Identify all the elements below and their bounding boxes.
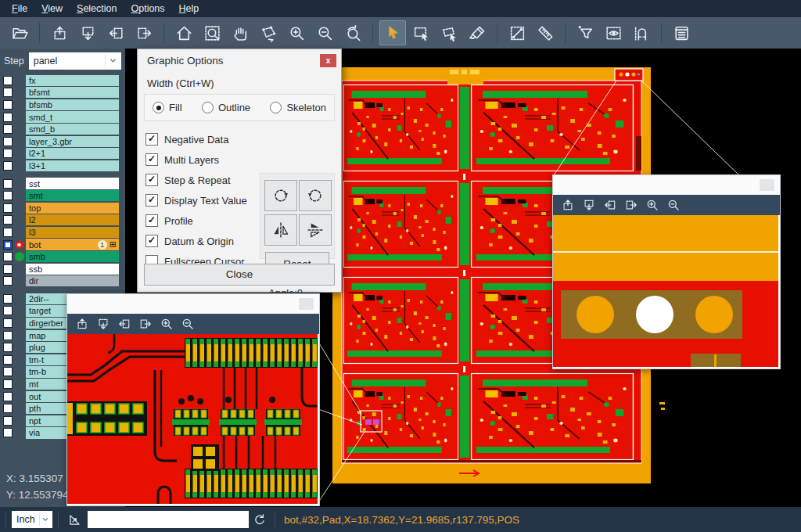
menu-selection[interactable]: Selection <box>70 2 124 16</box>
layer-row-smt[interactable]: smt <box>0 189 125 202</box>
inset-pan-up-button[interactable] <box>71 315 92 332</box>
corner-origin-icon[interactable] <box>64 510 84 529</box>
layer-visibility-checkbox[interactable] <box>3 137 13 146</box>
checkbox-box[interactable]: ✓ <box>145 153 158 166</box>
mirror-horizontal-button[interactable] <box>299 214 332 246</box>
inset-zoom-out-button[interactable] <box>177 315 198 332</box>
checkbox-box[interactable]: ✓ <box>145 133 158 146</box>
pan-left-button[interactable] <box>102 20 129 45</box>
checkbox-box[interactable]: ✓ <box>145 174 158 186</box>
inset-zoom-out-button[interactable] <box>663 196 684 214</box>
checkbox-box[interactable]: ✓ <box>145 235 158 247</box>
layer-name[interactable]: smb <box>26 251 119 262</box>
inset-pan-down-button[interactable] <box>578 196 599 214</box>
layer-visibility-checkbox[interactable] <box>3 215 13 225</box>
layer-visibility-checkbox[interactable] <box>3 124 13 134</box>
checkbox-box[interactable]: ✓ <box>145 214 158 227</box>
layer-visibility-checkbox[interactable] <box>3 428 13 437</box>
layer-name[interactable]: fx <box>26 75 119 86</box>
layer-visibility-checkbox[interactable] <box>3 161 13 171</box>
mirror-vertical-button[interactable] <box>264 214 297 246</box>
menu-file[interactable]: File <box>5 2 34 16</box>
layer-visibility-checkbox[interactable] <box>3 379 13 389</box>
view-options-button[interactable] <box>600 20 627 45</box>
radio-circle[interactable] <box>153 102 164 113</box>
pan-down-button[interactable] <box>74 20 101 45</box>
select-cursor-button[interactable] <box>379 20 406 45</box>
dialog-title-bar[interactable]: Graphic Options x <box>138 49 341 71</box>
zoom-previous-button[interactable] <box>339 20 366 45</box>
layer-visibility-checkbox[interactable] <box>3 306 13 315</box>
layer-visibility-checkbox[interactable] <box>3 76 13 85</box>
layer-visibility-checkbox[interactable] <box>3 367 13 376</box>
layer-name[interactable]: layer_3.gbr <box>26 136 119 147</box>
layer-visibility-checkbox[interactable] <box>3 228 13 237</box>
layer-row-dir[interactable]: dir <box>0 275 125 288</box>
layer-name[interactable]: bfsmb <box>26 99 119 110</box>
layer-visibility-checkbox[interactable] <box>3 343 13 352</box>
radio-circle[interactable] <box>202 102 214 113</box>
close-icon[interactable]: x <box>320 54 336 67</box>
layer-name[interactable]: smd_b <box>26 124 119 135</box>
radio-fill[interactable]: Fill <box>153 102 182 113</box>
chevron-down-icon[interactable] <box>105 54 120 68</box>
checkbox-box[interactable]: ✓ <box>145 194 158 207</box>
zoom-polygon-button[interactable] <box>255 20 282 45</box>
pan-up-button[interactable] <box>46 20 73 45</box>
layer-visibility-checkbox[interactable] <box>3 294 13 304</box>
select-polygon-button[interactable] <box>436 20 462 45</box>
menu-options[interactable]: Options <box>124 2 171 16</box>
layer-visibility-checkbox[interactable] <box>3 355 13 365</box>
layer-row-smb[interactable]: smb <box>0 250 125 263</box>
inset-pan-left-button[interactable] <box>599 196 620 214</box>
rotate-ccw-button[interactable] <box>299 180 332 211</box>
layer-visibility-checkbox[interactable] <box>3 100 13 110</box>
measure-distance-button[interactable] <box>504 20 530 45</box>
inset-viewport[interactable] <box>553 215 780 367</box>
layer-name[interactable]: smt <box>26 190 119 201</box>
layer-row-ssb[interactable]: ssb <box>0 263 125 275</box>
layer-visibility-checkbox[interactable] <box>3 113 13 122</box>
layer-name[interactable]: dir <box>26 275 119 286</box>
layer-name[interactable]: bfsmt <box>26 87 119 98</box>
select-rectangle-button[interactable] <box>408 20 434 45</box>
layer-name[interactable]: ssb <box>26 264 119 275</box>
unit-dropdown[interactable]: Inch <box>12 511 52 528</box>
layer-visibility-checkbox[interactable] <box>3 392 13 401</box>
layer-row-l3[interactable]: l3 <box>0 226 125 239</box>
inset-title-bar[interactable] <box>553 175 780 195</box>
pan-right-button[interactable] <box>131 20 157 45</box>
radio-circle[interactable] <box>270 102 282 113</box>
pan-hand-button[interactable] <box>227 20 253 45</box>
clean-brush-button[interactable] <box>464 20 490 45</box>
measure-ruler-button[interactable] <box>532 20 559 45</box>
layer-visibility-checkbox[interactable] <box>3 331 13 340</box>
layer-row-bfsmt[interactable]: bfsmt <box>0 87 125 99</box>
inset-pan-left-button[interactable] <box>113 315 135 332</box>
dialog-checkbox-multi-layers[interactable]: ✓Multi Layers <box>145 149 341 170</box>
step-dropdown[interactable]: panel <box>29 52 121 70</box>
layer-row-sst[interactable]: sst <box>0 178 125 190</box>
inset-pan-right-button[interactable] <box>620 196 641 214</box>
layer-visibility-checkbox[interactable] <box>3 404 13 413</box>
layer-name[interactable]: l2 <box>26 214 119 225</box>
inset-title-bar[interactable] <box>67 294 319 314</box>
inset-window-button[interactable] <box>299 298 314 310</box>
inset-pan-right-button[interactable] <box>135 315 156 332</box>
layer-visibility-checkbox[interactable] <box>3 318 13 328</box>
dialog-checkbox-negative-data[interactable]: ✓Negative Data <box>145 129 341 149</box>
layer-visibility-checkbox[interactable] <box>3 264 13 274</box>
rotate-cw-button[interactable] <box>264 180 297 211</box>
layer-visibility-checkbox[interactable] <box>3 88 13 97</box>
layer-visibility-checkbox[interactable] <box>3 149 13 158</box>
layer-visibility-checkbox[interactable] <box>3 276 13 286</box>
layer-visibility-checkbox[interactable] <box>3 179 13 189</box>
layer-row-l2[interactable]: l2 <box>0 214 125 227</box>
report-button[interactable] <box>668 20 695 45</box>
layer-row-fx[interactable]: fx <box>0 74 125 87</box>
zoom-out-button[interactable] <box>311 20 338 45</box>
layer-visibility-checkbox[interactable] <box>3 240 13 250</box>
radio-outline[interactable]: Outline <box>202 102 250 113</box>
layer-name[interactable]: l2+1 <box>26 148 119 159</box>
layer-row-smd-b[interactable]: smd_b <box>0 123 125 135</box>
